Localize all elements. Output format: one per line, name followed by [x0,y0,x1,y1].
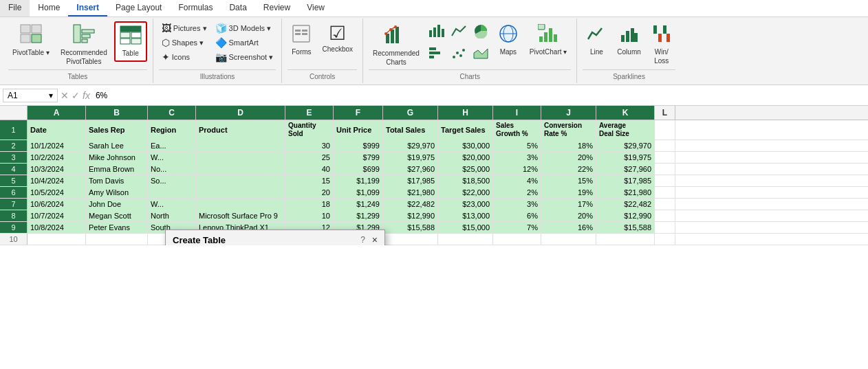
cell-k7[interactable]: $22,482 [596,199,655,210]
row-header-8[interactable]: 8 [0,210,28,221]
cell-i5[interactable]: 4% [493,175,541,186]
cell-l2[interactable] [655,140,675,151]
cell-j2[interactable]: 18% [541,140,596,151]
cell-k9[interactable]: $15,588 [596,222,655,233]
cell-f5[interactable]: $1,199 [334,175,383,186]
cell-l5[interactable] [655,175,675,186]
cell-g4[interactable]: $27,960 [383,164,438,175]
row-header-10[interactable]: 10 [0,234,28,245]
cell-i3[interactable]: 3% [493,152,541,163]
checkbox-button[interactable]: ☑ Checkbox [318,21,357,56]
cell-j1[interactable]: ConversionRate % [541,120,596,139]
recommended-pivottables-button[interactable]: RecommendedPivotTables [56,21,111,69]
cell-e1[interactable]: QuantitySold [285,120,334,139]
cell-k2[interactable]: $29,970 [596,140,655,151]
bar-chart-button[interactable] [426,44,447,65]
scatter-chart-button[interactable] [448,44,469,65]
cell-e7[interactable]: 18 [285,199,334,210]
cell-f8[interactable]: $1,299 [334,210,383,221]
cell-f1[interactable]: Unit Price [334,120,383,139]
cell-a2[interactable]: 10/1/2024 [28,140,86,151]
dialog-close-icon[interactable]: × [372,234,378,245]
cell-f7[interactable]: $1,249 [334,199,383,210]
cell-h7[interactable]: $23,000 [438,199,493,210]
cell-b5[interactable]: Tom Davis [86,175,148,186]
cell-a10[interactable] [28,234,86,245]
cell-l3[interactable] [655,152,675,163]
cell-e2[interactable]: 30 [285,140,334,151]
cell-e6[interactable]: 20 [285,187,334,198]
cell-j5[interactable]: 15% [541,175,596,186]
cell-a5[interactable]: 10/4/2024 [28,175,86,186]
row-header-3[interactable]: 3 [0,152,28,163]
icons-button[interactable]: ✦ Icons [159,50,210,64]
cell-b4[interactable]: Emma Brown [86,164,148,175]
row-header-2[interactable]: 2 [0,140,28,151]
cell-i2[interactable]: 5% [493,140,541,151]
cell-c7[interactable]: W... [148,199,196,210]
line-sparkline-button[interactable]: Line [583,21,610,59]
cell-b7[interactable]: John Doe [86,199,148,210]
column-chart-button[interactable] [426,21,447,43]
col-header-f[interactable]: F [334,106,383,120]
cell-l4[interactable] [655,164,675,175]
col-header-a[interactable]: A [28,106,86,120]
cell-i8[interactable]: 6% [493,210,541,221]
cell-i4[interactable]: 12% [493,164,541,175]
tab-insert[interactable]: Insert [68,0,107,16]
cell-h1[interactable]: Target Sales [438,120,493,139]
col-header-h[interactable]: H [438,106,493,120]
row-header-5[interactable]: 5 [0,175,28,186]
cell-d2[interactable] [196,140,285,151]
table-button[interactable]: Table [114,21,147,62]
3d-models-button[interactable]: 🧊 3D Models ▾ [213,21,276,35]
win-loss-button[interactable]: Win/Loss [648,21,675,68]
col-header-l[interactable]: L [655,106,675,120]
cell-d8[interactable]: Microsoft Surface Pro 9 [196,210,285,221]
cell-c5[interactable]: So... [148,175,196,186]
cell-h5[interactable]: $18,500 [438,175,493,186]
cell-g3[interactable]: $19,975 [383,152,438,163]
cell-g10[interactable] [383,234,438,245]
row-header-9[interactable]: 9 [0,222,28,233]
cell-j10[interactable] [541,234,596,245]
cell-j7[interactable]: 17% [541,199,596,210]
row-header-4[interactable]: 4 [0,164,28,175]
cell-k3[interactable]: $19,975 [596,152,655,163]
cell-h2[interactable]: $30,000 [438,140,493,151]
cell-e3[interactable]: 25 [285,152,334,163]
cell-f3[interactable]: $799 [334,152,383,163]
cell-d5[interactable] [196,175,285,186]
cell-j8[interactable]: 20% [541,210,596,221]
cell-g2[interactable]: $29,970 [383,140,438,151]
cell-i9[interactable]: 7% [493,222,541,233]
cell-i6[interactable]: 2% [493,187,541,198]
cell-k6[interactable]: $21,980 [596,187,655,198]
formula-function-icon[interactable]: fx [83,90,90,101]
tab-review[interactable]: Review [255,0,299,16]
cell-g6[interactable]: $21,980 [383,187,438,198]
cell-i1[interactable]: SalesGrowth % [493,120,541,139]
col-header-e[interactable]: E [285,106,334,120]
cell-b8[interactable]: Megan Scott [86,210,148,221]
cell-d7[interactable] [196,199,285,210]
cell-a9[interactable]: 10/8/2024 [28,222,86,233]
cell-d4[interactable] [196,164,285,175]
cell-k1[interactable]: AverageDeal Size [596,120,655,139]
tab-view[interactable]: View [299,0,333,16]
formula-confirm-icon[interactable]: ✓ [72,90,80,101]
col-header-k[interactable]: K [596,106,655,120]
formula-cancel-icon[interactable]: ✕ [61,90,69,101]
cell-f2[interactable]: $999 [334,140,383,151]
col-header-g[interactable]: G [383,106,438,120]
cell-h3[interactable]: $20,000 [438,152,493,163]
col-header-c[interactable]: C [148,106,196,120]
cell-g1[interactable]: Total Sales [383,120,438,139]
cell-l9[interactable] [655,222,675,233]
cell-b3[interactable]: Mike Johnson [86,152,148,163]
cell-h9[interactable]: $15,000 [438,222,493,233]
cell-a3[interactable]: 10/2/2024 [28,152,86,163]
tab-page-layout[interactable]: Page Layout [107,0,170,16]
cell-l7[interactable] [655,199,675,210]
cell-a6[interactable]: 10/5/2024 [28,187,86,198]
